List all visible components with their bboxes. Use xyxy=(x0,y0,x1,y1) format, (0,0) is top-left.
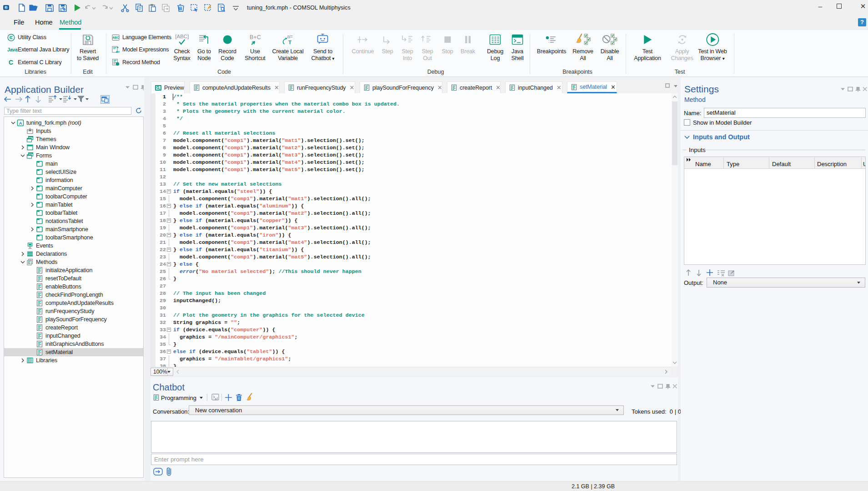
svg-text:a=: a= xyxy=(116,50,120,54)
svg-text:A: A xyxy=(19,121,22,126)
svg-text:ABC: ABC xyxy=(112,36,119,39)
svg-text:[ABC]: [ABC] xyxy=(175,34,189,39)
svg-text:T: T xyxy=(288,40,291,45)
svg-text:B+C: B+C xyxy=(250,34,261,40)
svg-text:a=: a= xyxy=(286,34,292,39)
